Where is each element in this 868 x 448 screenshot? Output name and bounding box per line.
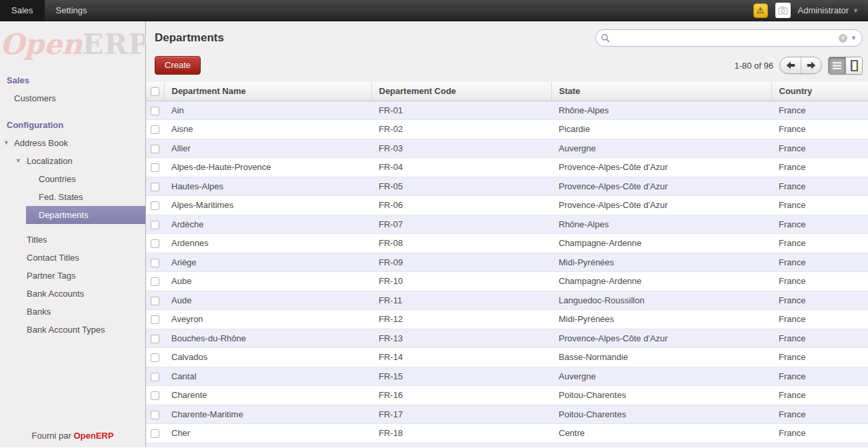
row-checkbox[interactable] [151,183,159,191]
table-row[interactable]: Calvados FR-14 Basse-Normandie France [146,348,868,367]
row-checkbox[interactable] [151,239,159,248]
table-row[interactable]: Allier FR-03 Auvergne France [146,139,868,158]
table-row[interactable]: Charente-Maritime FR-17 Poitou-Charentes… [146,405,868,424]
next-page-button[interactable] [801,57,821,73]
create-button[interactable]: Create [155,56,201,75]
search-input[interactable] [613,31,835,45]
cell-departement-code: FR-05 [371,177,551,196]
chevron-down-icon: ▼ [3,134,9,152]
cell-department-name: Hautes-Alpes [164,177,371,196]
cell-state: Champagne-Ardenne [551,234,771,253]
sidebar-item[interactable]: ▼ Fed. States [0,188,145,206]
sidebar-item-label: Customers [14,93,56,103]
table-row[interactable]: Hautes-Alpes FR-05 Provence-Alpes-Côte d… [146,177,868,196]
previous-page-button[interactable] [780,57,801,73]
sidebar-item[interactable]: ▼ Partner Tags [0,267,145,285]
select-all-checkbox[interactable] [151,87,159,96]
row-checkbox[interactable] [151,297,159,305]
row-checkbox[interactable] [151,201,159,210]
row-checkbox-cell [146,253,164,272]
cell-country: France [771,101,868,120]
cell-department-name: Ardèche [164,215,371,234]
table-row[interactable]: Ardèche FR-07 Rhône-Alpes France [146,215,868,234]
table-row[interactable]: Cher FR-18 Centre France [146,424,868,443]
row-checkbox[interactable] [151,411,159,419]
row-checkbox-cell [146,291,164,310]
column-header-department-name[interactable]: Department Name [164,82,371,101]
avatar[interactable] [775,3,791,18]
column-header-country[interactable]: Country [771,82,868,101]
row-checkbox[interactable] [151,429,159,438]
list-view-button[interactable] [829,57,845,74]
row-checkbox-cell [146,367,164,386]
table-row[interactable]: Charente FR-16 Poitou-Charentes France [146,386,868,405]
sidebar-item-label: Departments [39,210,88,220]
table-row[interactable]: Bouches-du-Rhône FR-13 Provence-Alpes-Cô… [146,329,868,348]
sidebar-item-label: Partner Tags [27,271,75,281]
sidebar-item[interactable]: ▼ Departments [26,206,145,224]
cell-department-name: Aude [164,291,371,310]
table-row[interactable]: Aveyron FR-12 Midi-Pyrénées France [146,310,868,329]
table-row[interactable]: Ain FR-01 Rhône-Alpes France [146,101,868,120]
column-header-departement-code[interactable]: Departement Code [371,82,551,101]
row-checkbox[interactable] [151,335,159,343]
table-row[interactable]: Alpes-Maritimes FR-06 Provence-Alpes-Côt… [146,196,868,215]
row-checkbox[interactable] [151,125,159,134]
cell-country: France [771,291,868,310]
select-all-cell [146,82,164,101]
sidebar-item[interactable]: ▼ Countries [0,170,145,188]
row-checkbox[interactable] [151,107,159,115]
row-checkbox[interactable] [151,259,159,267]
row-checkbox[interactable] [151,315,159,324]
cell-state: Centre [551,424,771,443]
cell-country: France [771,310,868,329]
row-checkbox[interactable] [151,163,159,172]
table-row[interactable]: Ardennes FR-08 Champagne-Ardenne France [146,234,868,253]
sidebar-item[interactable]: ▼ Address Book [0,134,145,152]
table-row[interactable]: Ariège FR-09 Midi-Pyrénées France [146,253,868,272]
row-checkbox-cell [146,177,164,196]
row-checkbox-cell [146,234,164,253]
row-checkbox[interactable] [151,353,159,362]
row-checkbox[interactable] [151,373,159,381]
sidebar-item[interactable]: ▼ Bank Accounts [0,285,145,303]
sidebar-item[interactable]: ▼ Customers [0,89,145,107]
table-row[interactable]: Aude FR-11 Languedoc-Roussillon France [146,291,868,310]
column-header-state[interactable]: State [551,82,771,101]
row-checkbox[interactable] [151,221,159,229]
sidebar-item[interactable]: ▼ Banks [0,303,145,321]
cell-country: France [771,405,868,424]
form-view-button[interactable] [845,57,862,74]
clear-search-icon[interactable]: ✕ [839,34,847,43]
table-row[interactable]: Aube FR-10 Champagne-Ardenne France [146,272,868,291]
user-menu[interactable]: Administrator ▼ [798,5,859,15]
row-checkbox[interactable] [151,145,159,153]
cell-department-name: Ariège [164,253,371,272]
cell-departement-code: FR-02 [371,120,551,139]
sidebar-item[interactable]: ▼ Contact Titles [0,249,145,267]
sidebar-item[interactable]: ▼ Titles [0,231,145,249]
camera-icon [778,6,788,15]
page-title: Departments [155,31,224,45]
cell-country: France [771,139,868,158]
cell-state: Midi-Pyrénées [551,310,771,329]
topbar-menu-item[interactable]: Sales [0,0,45,21]
search-dropdown-icon[interactable]: ▼ [851,35,857,41]
cell-state: Basse-Normandie [551,348,771,367]
cell-state: Languedoc-Roussillon [551,291,771,310]
topbar-menu-item[interactable]: Settings [45,0,99,21]
row-checkbox[interactable] [151,277,159,286]
table-row[interactable]: Cantal FR-15 Auvergne France [146,367,868,386]
row-checkbox[interactable] [151,391,159,400]
table-row[interactable]: Aisne FR-02 Picardie France [146,120,868,139]
warning-button[interactable]: ⚠ [753,3,768,18]
table-row[interactable]: Alpes-de-Haute-Provence FR-04 Provence-A… [146,158,868,177]
cell-country: France [771,386,868,405]
cell-state: Provence-Alpes-Côte d'Azur [551,177,771,196]
sidebar-item[interactable]: ▼ Localization [0,152,145,170]
openerp-link[interactable]: OpenERP [73,431,113,441]
topbar-menu: Sales Settings [0,0,99,21]
cell-department-name: Allier [164,139,371,158]
sidebar-item[interactable]: ▼ Bank Account Types [0,321,145,339]
sidebar: OpenERP ▼ Sales ▼ Customers ▼ Configurat… [0,21,146,447]
